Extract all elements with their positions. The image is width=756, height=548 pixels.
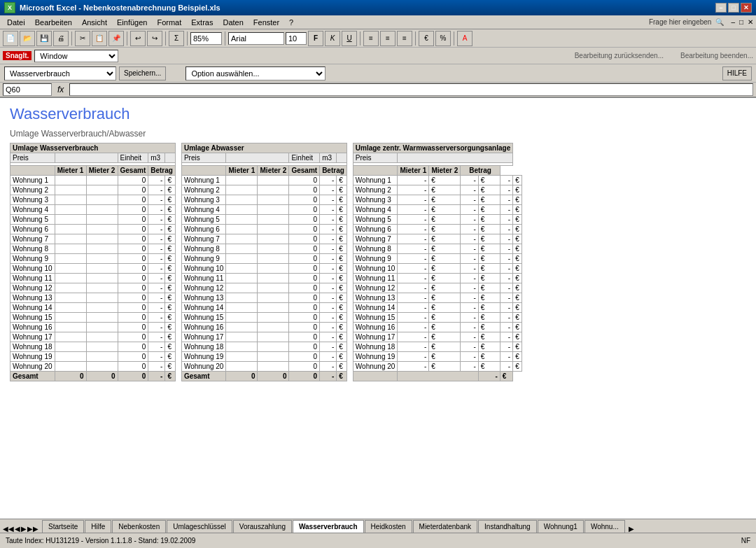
table2-preis-label: Preis	[181, 153, 226, 163]
menu-bearbeiten[interactable]: Bearbeiten	[31, 17, 76, 27]
table-row: Wohnung 80-€	[181, 244, 346, 254]
table-row: Wohnung 10-€	[181, 176, 346, 185]
table1-col-header: Mieter 1 Mieter 2 Gesamt Betrag	[10, 166, 176, 176]
tab-startseite[interactable]: Startseite	[42, 520, 84, 533]
minimize-button[interactable]: –	[715, 3, 727, 13]
table3-wrapper: Umlage zentr. Warmwasserversorgungsanlag…	[353, 143, 522, 381]
table2-gesamt-label: Gesamt	[181, 372, 226, 381]
undo-btn[interactable]: ↩	[130, 31, 146, 46]
redo-btn[interactable]: ↪	[147, 31, 162, 46]
table-row: Wohnung 15-€-€-€	[353, 313, 522, 323]
tab-instandhaltung[interactable]: Instandhaltung	[478, 520, 537, 533]
speichern-btn[interactable]: Speichern...	[119, 66, 166, 80]
align-right-btn[interactable]: ≡	[397, 31, 412, 46]
menu-datei[interactable]: Datei	[3, 17, 29, 27]
tab-wohnu[interactable]: Wohnu...	[584, 520, 625, 533]
tab-nav-next[interactable]: ▶	[21, 525, 27, 533]
status-bar: Taute Index: HU131219 - Version 1.1.1.8 …	[0, 533, 756, 548]
table3: Umlage zentr. Warmwasserversorgungsanlag…	[353, 143, 522, 381]
italic-btn[interactable]: K	[325, 31, 340, 46]
table-row: Wohnung 12-€-€-€	[353, 283, 522, 293]
table1-preis-row: Preis Einheit m3	[10, 153, 176, 163]
window-select[interactable]: Window	[34, 50, 118, 62]
sep1	[71, 31, 72, 45]
table-row: Wohnung 8-€-€-€	[353, 244, 522, 254]
window-title: Microsoft Excel - Nebenkostenabrechnung …	[20, 3, 220, 12]
font-color-btn[interactable]: A	[457, 31, 472, 46]
table-row: Wohnung 20-€	[181, 185, 346, 195]
option-select[interactable]: Option auswählen...	[186, 66, 326, 80]
tab-hilfe[interactable]: Hilfe	[85, 520, 111, 533]
underline-btn[interactable]: U	[342, 31, 357, 46]
menu-ansicht[interactable]: Ansicht	[78, 17, 111, 27]
formula-input[interactable]	[69, 83, 753, 96]
cut-btn[interactable]: ✂	[75, 31, 90, 46]
table1-einheit-value: m3	[148, 153, 165, 163]
page-title: Wasserverbrauch	[10, 105, 746, 123]
euro-btn[interactable]: €	[419, 31, 434, 46]
table3-preis-row: Preis	[353, 153, 522, 163]
table1-header-row: Umlage Wasserverbrauch	[10, 143, 176, 153]
table-row: Wohnung 70-€	[10, 234, 176, 244]
menu-help[interactable]: ?	[285, 17, 298, 27]
title-bar: X Microsoft Excel - Nebenkostenabrechnun…	[0, 0, 756, 15]
tab-nebenkosten[interactable]: Nebenkosten	[112, 520, 166, 533]
table2-preis-row: Preis Einheit m3	[181, 153, 346, 163]
close-button[interactable]: ✕	[741, 3, 752, 13]
table3-col-header: Mieter 1 Mieter 2 Betrag	[353, 166, 522, 176]
table-row: Wohnung 14-€-€-€	[353, 303, 522, 313]
table-row: Wohnung 5-€-€-€	[353, 215, 522, 225]
menu-fenster[interactable]: Fenster	[249, 17, 284, 27]
paste-btn[interactable]: 📌	[108, 31, 124, 46]
table-row: Wohnung 40-€	[10, 205, 176, 215]
table-row: Wohnung 80-€	[10, 244, 176, 254]
bold-btn[interactable]: F	[308, 31, 323, 46]
sep6	[360, 31, 360, 45]
tab-nav-left[interactable]: ◀◀	[3, 525, 14, 533]
tab-vorauszahlung[interactable]: Vorauszahlung	[233, 520, 292, 533]
section-title: Umlage Wasserverbrauch/Abwasser	[10, 129, 746, 139]
open-btn[interactable]: 📂	[20, 31, 35, 46]
table-row: Wohnung 140-€	[181, 303, 346, 313]
tab-nav-prev[interactable]: ◀	[15, 525, 20, 533]
table2-wrapper: Umlage Abwasser Preis Einheit m3 Mieter …	[181, 143, 347, 381]
tab-wohnung1[interactable]: Wohnung1	[538, 520, 584, 533]
tab-wasserverbrauch[interactable]: Wasserverbrauch	[293, 520, 364, 533]
font-select[interactable]	[228, 32, 284, 45]
status-text: Taute Index: HU131219 - Version 1.1.1.8 …	[6, 537, 195, 545]
new-btn[interactable]: 📄	[3, 31, 18, 46]
percent-btn[interactable]: %	[435, 31, 451, 46]
zoom-input[interactable]	[190, 32, 222, 45]
table2-einheit-label: Einheit	[289, 153, 320, 163]
menu-daten[interactable]: Daten	[218, 17, 247, 27]
table3-preis-label: Preis	[353, 153, 398, 163]
save-toolbar-btn[interactable]: 💾	[36, 31, 52, 46]
copy-btn[interactable]: 📋	[92, 31, 107, 46]
restore-button[interactable]: □	[728, 3, 739, 13]
named-range-select[interactable]: Wasserverbrauch	[4, 66, 116, 80]
menu-extras[interactable]: Extras	[187, 17, 217, 27]
window-controls[interactable]: – □ ✕	[715, 3, 752, 13]
tab-heidkosten[interactable]: Heidkosten	[365, 520, 412, 533]
align-left-btn[interactable]: ≡	[363, 31, 379, 46]
font-size-input[interactable]	[286, 32, 307, 45]
table2-gesamt-row: Gesamt 0 0 0 - €	[181, 372, 346, 381]
table-row: Wohnung 90-€	[10, 254, 176, 264]
table-row: Wohnung 70-€	[181, 234, 346, 244]
sum-btn[interactable]: Σ	[169, 31, 184, 46]
sep4	[187, 31, 188, 45]
table-row: Wohnung 10-€-€-€	[353, 264, 522, 274]
sep3	[165, 31, 166, 45]
menu-einfuegen[interactable]: Einfügen	[113, 17, 151, 27]
table1-preis-label: Preis	[10, 153, 55, 163]
name-box[interactable]: Q60	[3, 83, 52, 96]
menu-format[interactable]: Format	[153, 17, 186, 27]
spreadsheet-area: Wasserverbrauch Umlage Wasserverbrauch/A…	[0, 98, 756, 519]
tab-mieterdatenbank[interactable]: Mieterdatenbank	[413, 520, 478, 533]
align-center-btn[interactable]: ≡	[380, 31, 396, 46]
tab-umlageschluessel[interactable]: Umlageschlüssel	[167, 520, 232, 533]
print-btn[interactable]: 🖨	[53, 31, 69, 46]
hilfe-btn[interactable]: HILFE	[722, 66, 752, 80]
tab-scroll-right[interactable]: ▶	[629, 525, 634, 533]
tab-nav-right[interactable]: ▶▶	[27, 525, 38, 533]
